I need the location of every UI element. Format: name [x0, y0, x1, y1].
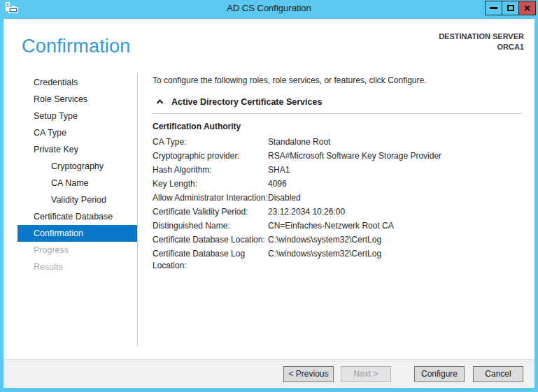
detail-value: C:\windows\system32\CertLog	[268, 233, 525, 247]
window-title: AD CS Configuration	[0, 3, 538, 13]
detail-row-key-length: Key Length: 4096	[153, 177, 525, 191]
detail-value: C:\windows\system32\CertLog	[268, 247, 525, 261]
details-list: CA Type: Standalone Root Cryptographic p…	[153, 135, 525, 272]
intro-text: To configure the following roles, role s…	[153, 75, 525, 86]
detail-row-admin-interaction: Allow Administrator Interaction: Disable…	[153, 191, 525, 205]
nav-item-private-key[interactable]: Private Key	[3, 141, 138, 158]
page-title: Confirmation	[22, 36, 130, 57]
detail-value: Disabled	[268, 191, 525, 205]
section-header[interactable]: Active Directory Certificate Services	[153, 97, 525, 107]
collapse-icon	[156, 99, 164, 105]
detail-value: SHA1	[268, 163, 525, 177]
group-title: Certification Authority	[153, 122, 525, 131]
detail-label: Key Length:	[153, 177, 268, 190]
close-button[interactable]: ✕	[518, 1, 536, 15]
nav-item-ca-type[interactable]: CA Type	[3, 124, 138, 141]
detail-row-crypto-provider: Cryptographic provider: RSA#Microsoft So…	[153, 149, 525, 163]
nav-item-ca-name[interactable]: CA Name	[3, 175, 138, 191]
window-controls: ✕	[486, 1, 536, 15]
confirmation-content: To configure the following roles, role s…	[153, 75, 525, 272]
detail-label: Cryptographic provider:	[153, 149, 268, 162]
nav-item-progress: Progress	[3, 242, 138, 259]
close-icon: ✕	[523, 4, 530, 13]
cancel-button[interactable]: Cancel	[473, 366, 523, 382]
destination-server: ORCA1	[439, 42, 524, 52]
destination-block: DESTINATION SERVER ORCA1	[439, 31, 524, 52]
section-title: Active Directory Certificate Services	[171, 97, 322, 107]
nav-item-setup-type[interactable]: Setup Type	[3, 108, 138, 124]
detail-label: CA Type:	[153, 135, 268, 148]
detail-row-hash-algorithm: Hash Algorithm: SHA1	[153, 163, 525, 177]
detail-row-db-log-location: Certificate Database Log Location: C:\wi…	[153, 247, 525, 272]
sidebar-divider	[137, 73, 138, 346]
detail-row-ca-type: CA Type: Standalone Root	[153, 135, 525, 149]
minimize-icon	[490, 7, 497, 9]
detail-row-distinguished-name: Distinguished Name: CN=Einfaches-Netzwer…	[153, 219, 525, 233]
minimize-button[interactable]	[485, 1, 502, 15]
maximize-button[interactable]	[502, 1, 519, 15]
detail-label: Hash Algorithm:	[153, 163, 268, 176]
previous-button[interactable]: < Previous	[283, 366, 334, 382]
detail-value: 4096	[268, 177, 525, 191]
nav-item-confirmation[interactable]: Confirmation	[17, 225, 138, 242]
nav-item-role-services[interactable]: Role Services	[3, 91, 138, 108]
detail-value: RSA#Microsoft Software Key Storage Provi…	[268, 149, 525, 163]
detail-label: Certificate Database Log Location:	[153, 247, 268, 272]
nav-item-results: Results	[3, 259, 138, 275]
maximize-icon	[507, 5, 514, 11]
wizard-nav: Credentials Role Services Setup Type CA …	[3, 74, 138, 275]
footer-bar: < Previous Next > Configure Cancel	[3, 359, 535, 388]
detail-label: Distinguished Name:	[153, 219, 268, 232]
client-area: Confirmation DESTINATION SERVER ORCA1 Cr…	[3, 19, 535, 388]
detail-row-db-location: Certificate Database Location: C:\window…	[153, 233, 525, 247]
section-rule	[153, 113, 522, 114]
nav-item-validity-period[interactable]: Validity Period	[3, 191, 138, 208]
detail-label: Certificate Database Location:	[153, 233, 268, 246]
detail-row-validity-period: Certificate Validity Period: 23.12.2034 …	[153, 205, 525, 219]
next-button: Next >	[341, 366, 391, 382]
detail-value: Standalone Root	[268, 135, 525, 149]
destination-label: DESTINATION SERVER	[439, 31, 524, 42]
detail-label: Allow Administrator Interaction:	[153, 191, 268, 204]
detail-label: Certificate Validity Period:	[153, 205, 268, 218]
nav-item-credentials[interactable]: Credentials	[3, 74, 138, 91]
detail-value: 23.12.2034 10:26:00	[268, 205, 525, 219]
title-bar: AD CS Configuration ✕	[0, 0, 538, 19]
configure-button[interactable]: Configure	[414, 366, 465, 382]
detail-value: CN=Einfaches-Netzwerk Root CA	[268, 219, 525, 233]
nav-item-cryptography[interactable]: Cryptography	[3, 158, 138, 175]
nav-item-certificate-database[interactable]: Certificate Database	[3, 208, 138, 225]
wizard-window: AD CS Configuration ✕ Confirmation DESTI…	[0, 0, 538, 392]
